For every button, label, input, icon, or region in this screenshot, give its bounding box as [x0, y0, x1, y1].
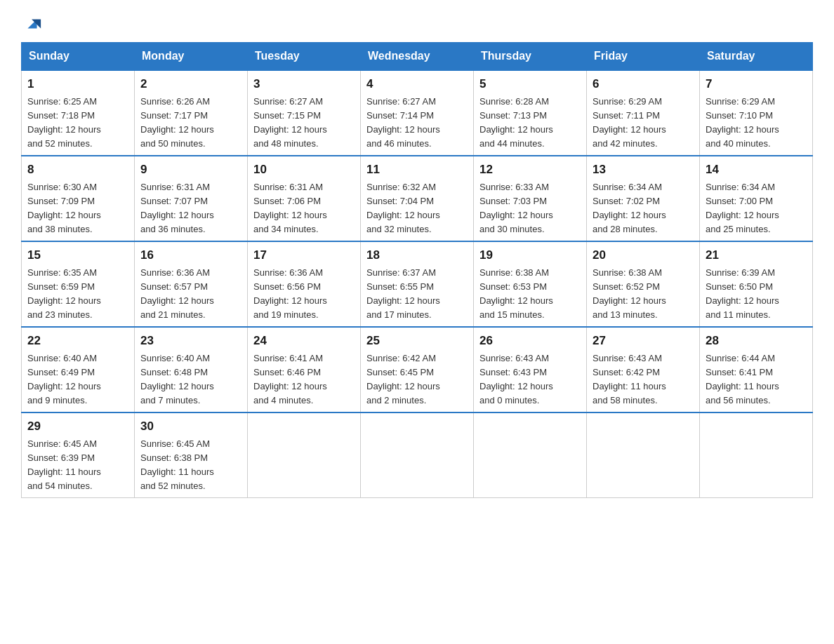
- day-number: 9: [140, 161, 241, 179]
- day-number: 5: [479, 75, 581, 93]
- day-info: Sunrise: 6:36 AM Sunset: 6:56 PM Dayligh…: [253, 266, 355, 323]
- calendar-cell: 30Sunrise: 6:45 AM Sunset: 6:38 PM Dayli…: [135, 412, 248, 498]
- calendar-cell: 11Sunrise: 6:32 AM Sunset: 7:04 PM Dayli…: [361, 156, 474, 241]
- calendar-cell: 25Sunrise: 6:42 AM Sunset: 6:45 PM Dayli…: [361, 327, 474, 412]
- day-info: Sunrise: 6:37 AM Sunset: 6:55 PM Dayligh…: [366, 266, 468, 323]
- day-number: 15: [27, 246, 128, 264]
- calendar-week-5: 29Sunrise: 6:45 AM Sunset: 6:39 PM Dayli…: [22, 412, 813, 498]
- calendar-week-1: 1Sunrise: 6:25 AM Sunset: 7:18 PM Daylig…: [22, 70, 813, 156]
- logo: [21, 14, 42, 29]
- day-info: Sunrise: 6:45 AM Sunset: 6:39 PM Dayligh…: [27, 437, 128, 494]
- calendar-cell: 4Sunrise: 6:27 AM Sunset: 7:14 PM Daylig…: [361, 70, 474, 156]
- day-number: 7: [706, 75, 807, 93]
- calendar-cell: 2Sunrise: 6:26 AM Sunset: 7:17 PM Daylig…: [135, 70, 248, 156]
- calendar-cell: [700, 412, 813, 498]
- day-number: 17: [253, 246, 355, 264]
- calendar-cell: [248, 412, 361, 498]
- day-info: Sunrise: 6:40 AM Sunset: 6:48 PM Dayligh…: [140, 351, 241, 408]
- calendar-cell: 7Sunrise: 6:29 AM Sunset: 7:10 PM Daylig…: [700, 70, 813, 156]
- weekday-header-monday: Monday: [135, 43, 248, 71]
- day-number: 8: [27, 161, 128, 179]
- calendar-cell: 27Sunrise: 6:43 AM Sunset: 6:42 PM Dayli…: [587, 327, 700, 412]
- day-number: 4: [366, 75, 468, 93]
- day-info: Sunrise: 6:40 AM Sunset: 6:49 PM Dayligh…: [27, 351, 128, 408]
- day-info: Sunrise: 6:38 AM Sunset: 6:52 PM Dayligh…: [593, 266, 694, 323]
- calendar-cell: 19Sunrise: 6:38 AM Sunset: 6:53 PM Dayli…: [474, 241, 587, 327]
- day-number: 16: [140, 246, 241, 264]
- logo-icon: [22, 14, 42, 34]
- day-info: Sunrise: 6:31 AM Sunset: 7:06 PM Dayligh…: [253, 180, 355, 237]
- day-number: 24: [253, 332, 355, 350]
- day-info: Sunrise: 6:36 AM Sunset: 6:57 PM Dayligh…: [140, 266, 241, 323]
- day-number: 3: [253, 75, 355, 93]
- day-info: Sunrise: 6:31 AM Sunset: 7:07 PM Dayligh…: [140, 180, 241, 237]
- calendar-cell: 10Sunrise: 6:31 AM Sunset: 7:06 PM Dayli…: [248, 156, 361, 241]
- day-number: 10: [253, 161, 355, 179]
- day-number: 23: [140, 332, 241, 350]
- calendar-cell: 5Sunrise: 6:28 AM Sunset: 7:13 PM Daylig…: [474, 70, 587, 156]
- day-info: Sunrise: 6:44 AM Sunset: 6:41 PM Dayligh…: [706, 351, 807, 408]
- calendar-week-4: 22Sunrise: 6:40 AM Sunset: 6:49 PM Dayli…: [22, 327, 813, 412]
- day-info: Sunrise: 6:38 AM Sunset: 6:53 PM Dayligh…: [479, 266, 581, 323]
- day-number: 20: [593, 246, 694, 264]
- day-info: Sunrise: 6:32 AM Sunset: 7:04 PM Dayligh…: [366, 180, 468, 237]
- day-info: Sunrise: 6:45 AM Sunset: 6:38 PM Dayligh…: [140, 437, 241, 494]
- day-number: 25: [366, 332, 468, 350]
- calendar-cell: 8Sunrise: 6:30 AM Sunset: 7:09 PM Daylig…: [22, 156, 135, 241]
- calendar-cell: 3Sunrise: 6:27 AM Sunset: 7:15 PM Daylig…: [248, 70, 361, 156]
- calendar-table: SundayMondayTuesdayWednesdayThursdayFrid…: [21, 42, 813, 498]
- calendar-cell: 23Sunrise: 6:40 AM Sunset: 6:48 PM Dayli…: [135, 327, 248, 412]
- day-number: 28: [706, 332, 807, 350]
- calendar-cell: 21Sunrise: 6:39 AM Sunset: 6:50 PM Dayli…: [700, 241, 813, 327]
- calendar-cell: 28Sunrise: 6:44 AM Sunset: 6:41 PM Dayli…: [700, 327, 813, 412]
- day-info: Sunrise: 6:43 AM Sunset: 6:42 PM Dayligh…: [593, 351, 694, 408]
- calendar-cell: 15Sunrise: 6:35 AM Sunset: 6:59 PM Dayli…: [22, 241, 135, 327]
- calendar-cell: [587, 412, 700, 498]
- day-info: Sunrise: 6:28 AM Sunset: 7:13 PM Dayligh…: [479, 95, 581, 152]
- calendar-cell: 18Sunrise: 6:37 AM Sunset: 6:55 PM Dayli…: [361, 241, 474, 327]
- day-info: Sunrise: 6:43 AM Sunset: 6:43 PM Dayligh…: [479, 351, 581, 408]
- calendar-cell: 26Sunrise: 6:43 AM Sunset: 6:43 PM Dayli…: [474, 327, 587, 412]
- calendar-cell: 29Sunrise: 6:45 AM Sunset: 6:39 PM Dayli…: [22, 412, 135, 498]
- day-info: Sunrise: 6:39 AM Sunset: 6:50 PM Dayligh…: [706, 266, 807, 323]
- weekday-header-thursday: Thursday: [474, 43, 587, 71]
- calendar-cell: 24Sunrise: 6:41 AM Sunset: 6:46 PM Dayli…: [248, 327, 361, 412]
- day-number: 2: [140, 75, 241, 93]
- day-info: Sunrise: 6:30 AM Sunset: 7:09 PM Dayligh…: [27, 180, 128, 237]
- header: [21, 14, 813, 29]
- calendar-cell: [474, 412, 587, 498]
- day-info: Sunrise: 6:42 AM Sunset: 6:45 PM Dayligh…: [366, 351, 468, 408]
- day-info: Sunrise: 6:34 AM Sunset: 7:00 PM Dayligh…: [706, 180, 807, 237]
- day-number: 19: [479, 246, 581, 264]
- calendar-cell: 22Sunrise: 6:40 AM Sunset: 6:49 PM Dayli…: [22, 327, 135, 412]
- day-number: 11: [366, 161, 468, 179]
- calendar-cell: 16Sunrise: 6:36 AM Sunset: 6:57 PM Dayli…: [135, 241, 248, 327]
- day-info: Sunrise: 6:25 AM Sunset: 7:18 PM Dayligh…: [27, 95, 128, 152]
- calendar-cell: 6Sunrise: 6:29 AM Sunset: 7:11 PM Daylig…: [587, 70, 700, 156]
- day-info: Sunrise: 6:29 AM Sunset: 7:11 PM Dayligh…: [593, 95, 694, 152]
- weekday-header-friday: Friday: [587, 43, 700, 71]
- calendar-cell: [361, 412, 474, 498]
- calendar-cell: 20Sunrise: 6:38 AM Sunset: 6:52 PM Dayli…: [587, 241, 700, 327]
- day-info: Sunrise: 6:33 AM Sunset: 7:03 PM Dayligh…: [479, 180, 581, 237]
- day-number: 1: [27, 75, 128, 93]
- calendar-cell: 9Sunrise: 6:31 AM Sunset: 7:07 PM Daylig…: [135, 156, 248, 241]
- calendar-week-2: 8Sunrise: 6:30 AM Sunset: 7:09 PM Daylig…: [22, 156, 813, 241]
- day-number: 22: [27, 332, 128, 350]
- calendar-cell: 14Sunrise: 6:34 AM Sunset: 7:00 PM Dayli…: [700, 156, 813, 241]
- day-info: Sunrise: 6:26 AM Sunset: 7:17 PM Dayligh…: [140, 95, 241, 152]
- day-number: 13: [593, 161, 694, 179]
- weekday-header-saturday: Saturday: [700, 43, 813, 71]
- day-number: 21: [706, 246, 807, 264]
- day-number: 27: [593, 332, 694, 350]
- day-number: 26: [479, 332, 581, 350]
- day-info: Sunrise: 6:27 AM Sunset: 7:14 PM Dayligh…: [366, 95, 468, 152]
- day-number: 6: [593, 75, 694, 93]
- day-number: 14: [706, 161, 807, 179]
- weekday-header-row: SundayMondayTuesdayWednesdayThursdayFrid…: [22, 43, 813, 71]
- weekday-header-sunday: Sunday: [22, 43, 135, 71]
- weekday-header-tuesday: Tuesday: [248, 43, 361, 71]
- day-number: 12: [479, 161, 581, 179]
- day-number: 18: [366, 246, 468, 264]
- day-info: Sunrise: 6:34 AM Sunset: 7:02 PM Dayligh…: [593, 180, 694, 237]
